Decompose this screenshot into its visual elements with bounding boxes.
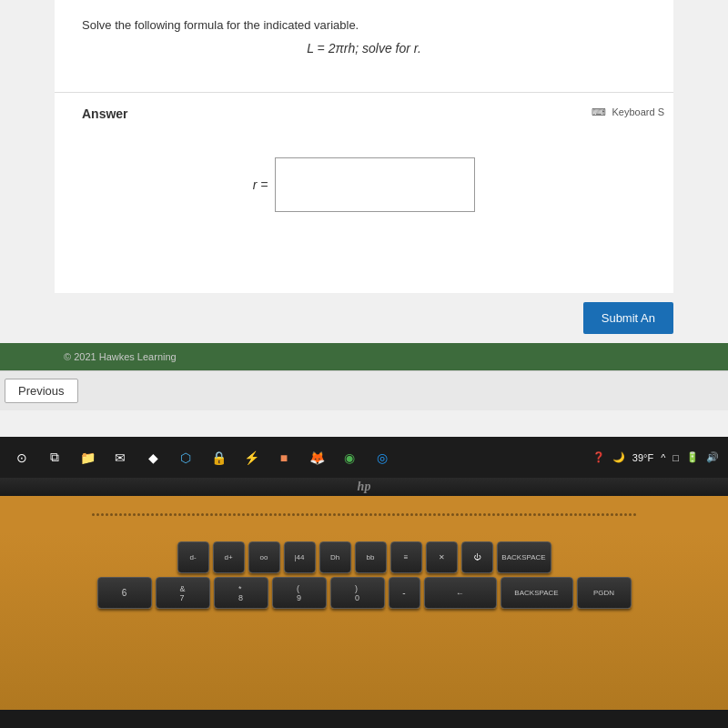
edge-icon[interactable]: ⬡ xyxy=(173,445,198,470)
arrow-icon: ^ xyxy=(661,452,665,463)
firefox-icon[interactable]: 🦊 xyxy=(304,445,329,470)
key-pgdn[interactable]: PGDN xyxy=(577,577,632,609)
app2-icon[interactable]: ◎ xyxy=(369,445,395,470)
dropbox-icon[interactable]: ◆ xyxy=(140,445,166,470)
answer-input-row: r = xyxy=(82,157,646,212)
file-explorer-icon[interactable]: 📁 xyxy=(75,445,100,470)
footer-bar: © 2021 Hawkes Learning xyxy=(0,343,728,370)
help-icon: ❓ xyxy=(592,451,605,463)
keyboard-rows: d- d+ oo |44 Dh bb ≡ ✕ ⏻ BACKSPACE 6 &7 … xyxy=(9,541,719,609)
key-minus[interactable]: - xyxy=(389,577,420,609)
key-144[interactable]: |44 xyxy=(284,541,316,573)
monitor-icon: □ xyxy=(672,452,679,463)
key-row-1: d- d+ oo |44 Dh bb ≡ ✕ ⏻ BACKSPACE xyxy=(177,541,551,573)
key-7[interactable]: &7 xyxy=(156,577,210,609)
keyboard-icon: ⌨ xyxy=(592,106,606,118)
temperature-display: 39°F xyxy=(632,452,653,463)
keyboard-area: d- d+ oo |44 Dh bb ≡ ✕ ⏻ BACKSPACE 6 &7 … xyxy=(0,532,728,710)
speaker-grille: // Generate speaker holes inline via JS xyxy=(91,505,637,523)
key-6[interactable]: 6 xyxy=(97,577,152,609)
answer-label: Answer xyxy=(82,106,646,121)
mail-icon[interactable]: ✉ xyxy=(107,445,133,470)
laptop-bezel: hp xyxy=(0,478,728,496)
variable-label: r = xyxy=(253,177,268,192)
office-icon[interactable]: ■ xyxy=(271,445,297,470)
security-icon[interactable]: 🔒 xyxy=(206,445,231,470)
hp-logo: hp xyxy=(358,480,371,494)
previous-button[interactable]: Previous xyxy=(5,379,78,403)
keyboard-shortcut-label: ⌨ Keyboard S xyxy=(592,106,664,118)
taskbar: ⊙ ⧉ 📁 ✉ ◆ ⬡ 🔒 ⚡ ■ 🦊 ◉ ◎ ❓ 🌙 39°F ^ □ 🔋 🔊 xyxy=(0,437,728,478)
previous-button-area: Previous xyxy=(0,370,728,410)
app1-icon[interactable]: ⚡ xyxy=(238,445,264,470)
key-oo[interactable]: oo xyxy=(248,541,280,573)
key-9[interactable]: (9 xyxy=(272,577,327,609)
key-backspace-label[interactable]: BACKSPACE xyxy=(500,577,573,609)
speaker-icon: 🔊 xyxy=(706,451,719,463)
moon-icon: 🌙 xyxy=(612,451,625,463)
key-power[interactable]: ⏻ xyxy=(461,541,493,573)
battery-icon: 🔋 xyxy=(686,451,699,463)
task-view-icon[interactable]: ⧉ xyxy=(42,445,67,470)
key-d-plus[interactable]: d+ xyxy=(213,541,245,573)
submit-button-area: Submit An xyxy=(55,302,673,334)
copyright-text: © 2021 Hawkes Learning xyxy=(64,351,177,362)
key-d-minus[interactable]: d- xyxy=(177,541,209,573)
key-8[interactable]: *8 xyxy=(214,577,268,609)
taskbar-right: ❓ 🌙 39°F ^ □ 🔋 🔊 xyxy=(592,451,719,463)
start-button[interactable]: ⊙ xyxy=(9,445,35,470)
key-backspace2[interactable]: ← xyxy=(424,577,497,609)
formula-display: L = 2πrh; solve for r. xyxy=(82,41,646,56)
key-row-2: 6 &7 *8 (9 )0 - ← BACKSPACE PGDN xyxy=(97,577,632,609)
key-dh[interactable]: Dh xyxy=(319,541,351,573)
answer-section: Answer ⌨ Keyboard S r = xyxy=(55,93,673,293)
question-instruction: Solve the following formula for the indi… xyxy=(82,18,646,32)
answer-input-box[interactable] xyxy=(275,157,475,212)
submit-button[interactable]: Submit An xyxy=(583,302,673,334)
speaker-area: // Generate speaker holes inline via JS xyxy=(0,496,728,532)
key-bb[interactable]: bb xyxy=(355,541,387,573)
key-backspace[interactable]: BACKSPACE xyxy=(497,541,551,573)
key-eq[interactable]: ≡ xyxy=(390,541,422,573)
key-0[interactable]: )0 xyxy=(330,577,385,609)
chrome-icon[interactable]: ◉ xyxy=(337,445,362,470)
question-section: Solve the following formula for the indi… xyxy=(55,0,673,93)
key-x[interactable]: ✕ xyxy=(426,541,458,573)
